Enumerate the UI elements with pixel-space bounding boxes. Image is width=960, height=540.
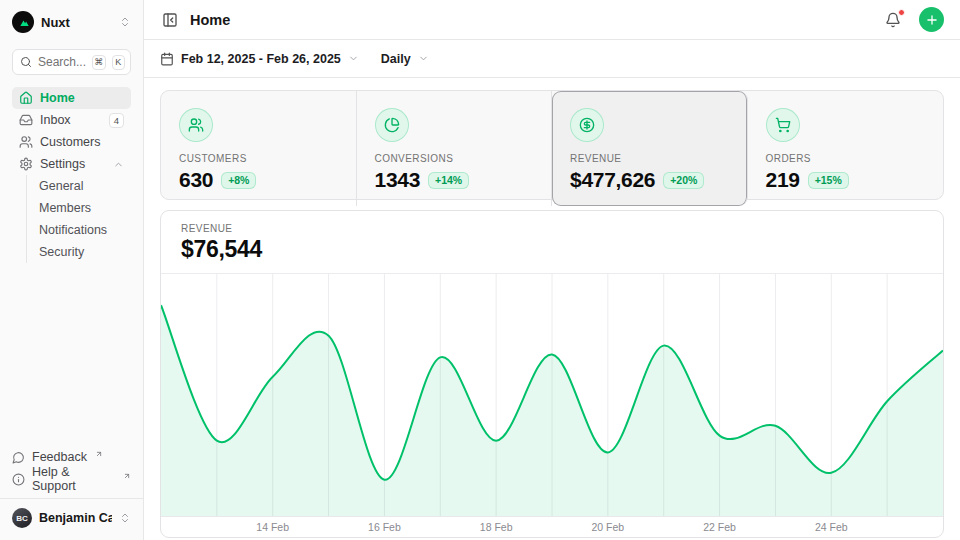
- info-icon: [12, 473, 25, 486]
- user-name: Benjamin Canac: [39, 511, 112, 525]
- sidebar-item-label: Settings: [40, 157, 106, 171]
- page-title: Home: [190, 12, 873, 28]
- sidebar-nav: Home Inbox 4 Customers Settings: [12, 87, 131, 263]
- sidebar-item-notifications[interactable]: Notifications: [39, 219, 131, 241]
- message-circle-icon: [12, 451, 25, 464]
- sidebar: Nuxt Search... ⌘ K Home: [0, 0, 144, 540]
- stat-label: REVENUE: [570, 153, 729, 164]
- notification-dot: [898, 9, 905, 16]
- chevron-down-icon: [348, 53, 359, 64]
- notifications-button[interactable]: [883, 10, 903, 30]
- help-support-label: Help & Support: [32, 465, 115, 493]
- sidebar-item-home[interactable]: Home: [12, 87, 131, 109]
- inbox-count-badge: 4: [109, 113, 124, 128]
- stat-label: CONVERSIONS: [375, 153, 534, 164]
- granularity-select[interactable]: Daily: [381, 52, 429, 66]
- chevrons-up-down-icon: [119, 16, 131, 28]
- sidebar-item-security[interactable]: Security: [39, 241, 131, 263]
- sidebar-item-label: Customers: [40, 135, 124, 149]
- users-icon: [19, 135, 33, 149]
- add-button[interactable]: [919, 7, 944, 32]
- sub-item-label: Members: [39, 201, 91, 215]
- x-tick-label: 14 Feb: [256, 521, 289, 533]
- stat-value: 1343: [375, 168, 421, 192]
- panel-left-close-icon: [162, 12, 178, 28]
- chart-svg: [161, 274, 943, 516]
- stats-row: CUSTOMERS 630 +8% CONVERSIONS 1343 +14%: [160, 90, 944, 200]
- stat-value: $477,626: [570, 168, 655, 192]
- delta-badge: +15%: [808, 172, 849, 189]
- nuxt-logo-icon: [12, 11, 34, 33]
- stat-card-orders[interactable]: ORDERS 219 +15%: [748, 91, 944, 206]
- sidebar-item-members[interactable]: Members: [39, 197, 131, 219]
- revenue-chart-card: REVENUE $76,544 14 Feb16 Feb18 Feb20 Feb…: [160, 210, 944, 538]
- chart-metric-value: $76,544: [181, 236, 923, 263]
- sub-item-label: Security: [39, 245, 84, 259]
- sidebar-item-settings[interactable]: Settings: [12, 153, 131, 175]
- collapse-sidebar-button[interactable]: [160, 10, 180, 30]
- feedback-label: Feedback: [32, 450, 87, 464]
- sub-item-label: General: [39, 179, 83, 193]
- stat-card-revenue[interactable]: REVENUE $477,626 +20%: [552, 91, 748, 206]
- stat-card-customers[interactable]: CUSTOMERS 630 +8%: [161, 91, 357, 206]
- house-icon: [19, 91, 33, 105]
- stat-value: 219: [766, 168, 800, 192]
- help-support-link[interactable]: Help & Support: [12, 468, 131, 490]
- workspace-name: Nuxt: [41, 15, 112, 30]
- inbox-icon: [19, 113, 33, 127]
- sidebar-item-general[interactable]: General: [39, 175, 131, 197]
- search-placeholder: Search...: [38, 55, 86, 69]
- settings-subnav: General Members Notifications Security: [26, 175, 131, 263]
- date-range-label: Feb 12, 2025 - Feb 26, 2025: [181, 52, 341, 66]
- stat-label: CUSTOMERS: [179, 153, 338, 164]
- search-input[interactable]: Search... ⌘ K: [12, 49, 131, 75]
- x-tick-label: 18 Feb: [480, 521, 513, 533]
- delta-badge: +8%: [221, 172, 256, 189]
- x-tick-label: 16 Feb: [368, 521, 401, 533]
- chevron-up-icon: [113, 159, 124, 170]
- x-tick-label: 24 Feb: [815, 521, 848, 533]
- external-link-icon: [95, 450, 103, 458]
- delta-badge: +14%: [428, 172, 469, 189]
- delta-badge: +20%: [663, 172, 704, 189]
- users-icon: [179, 108, 213, 142]
- chart-header: REVENUE $76,544: [161, 211, 943, 274]
- calendar-icon: [160, 52, 174, 66]
- date-range-picker[interactable]: Feb 12, 2025 - Feb 26, 2025: [160, 52, 359, 66]
- main-area: Home Feb 12, 2025 - Feb 26, 2025: [144, 0, 960, 540]
- revenue-area-chart[interactable]: [161, 274, 943, 516]
- sidebar-item-label: Home: [40, 91, 124, 105]
- kbd-key: K: [112, 55, 125, 70]
- chart-pie-icon: [375, 108, 409, 142]
- gear-icon: [19, 157, 33, 171]
- circle-dollar-icon: [570, 108, 604, 142]
- shopping-cart-icon: [766, 108, 800, 142]
- workspace-switcher[interactable]: Nuxt: [12, 10, 131, 34]
- stat-card-conversions[interactable]: CONVERSIONS 1343 +14%: [357, 91, 553, 206]
- chevron-down-icon: [418, 53, 429, 64]
- external-link-icon: [123, 472, 131, 480]
- user-menu[interactable]: BC Benjamin Canac: [0, 498, 143, 530]
- sub-item-label: Notifications: [39, 223, 107, 237]
- x-tick-label: 22 Feb: [703, 521, 736, 533]
- stat-value: 630: [179, 168, 213, 192]
- app-window: Nuxt Search... ⌘ K Home: [0, 0, 960, 540]
- plus-icon: [925, 13, 939, 27]
- filters-toolbar: Feb 12, 2025 - Feb 26, 2025 Daily: [144, 40, 960, 78]
- x-tick-label: 20 Feb: [591, 521, 624, 533]
- sidebar-item-inbox[interactable]: Inbox 4: [12, 109, 131, 131]
- chart-metric-label: REVENUE: [181, 223, 923, 234]
- search-icon: [20, 56, 32, 68]
- chevrons-up-down-icon: [119, 512, 131, 524]
- chart-x-axis: 14 Feb16 Feb18 Feb20 Feb22 Feb24 Feb: [161, 516, 943, 537]
- stat-label: ORDERS: [766, 153, 926, 164]
- avatar: BC: [12, 508, 32, 528]
- sidebar-footer: Feedback Help & Support BC Benjamin Cana…: [12, 446, 131, 530]
- kbd-meta: ⌘: [92, 55, 105, 70]
- dashboard-content: CUSTOMERS 630 +8% CONVERSIONS 1343 +14%: [144, 78, 960, 540]
- sidebar-item-customers[interactable]: Customers: [12, 131, 131, 153]
- sidebar-item-label: Inbox: [40, 113, 102, 127]
- granularity-label: Daily: [381, 52, 411, 66]
- page-header: Home: [144, 0, 960, 40]
